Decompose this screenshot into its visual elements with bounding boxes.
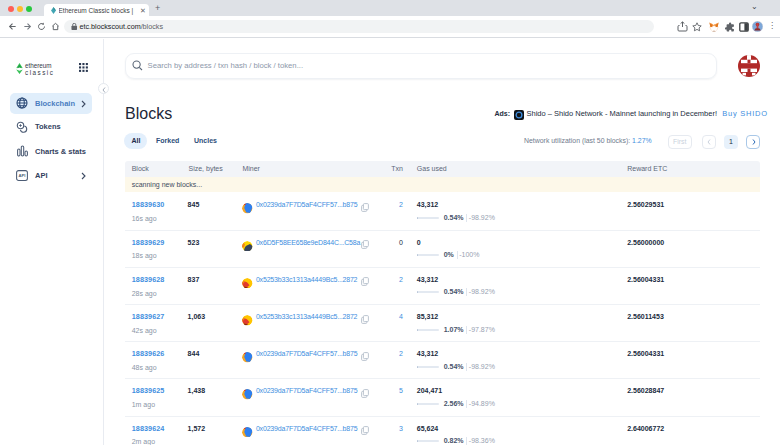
svg-text:API: API <box>19 173 26 178</box>
